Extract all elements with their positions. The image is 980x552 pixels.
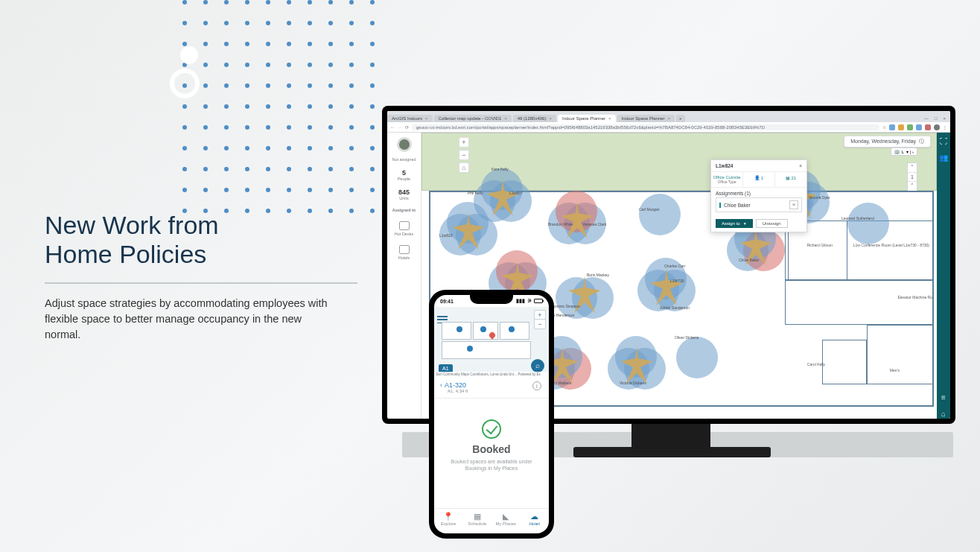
reload-icon[interactable]: ⟳ (405, 124, 409, 130)
planner-topbar: Monday, Wednesday, Friday ⓘ (844, 136, 931, 147)
chevron-down-icon: ▼ (743, 221, 747, 226)
sidebar-hotels[interactable]: Hotels (387, 241, 421, 262)
sidebar-toggle[interactable] (397, 137, 412, 152)
days-filter[interactable]: Monday, Wednesday, Friday ⓘ (844, 136, 931, 147)
phone-screen: 09:41 ▮▮▮ ⚞ + − A1 (434, 295, 549, 533)
extension-icon[interactable] (925, 124, 931, 130)
booked-title: Booked (443, 443, 540, 455)
building-selector[interactable]: 🏢 L ▾ | › (891, 147, 917, 156)
map-attribution: Esri Community Maps Contributors, Loma L… (434, 372, 549, 377)
sidebar-people[interactable]: 5 People (387, 167, 421, 183)
phone-notch (470, 294, 513, 304)
room-subtitle: A1, 4,34 ft (448, 389, 543, 393)
info-icon[interactable]: i (532, 381, 541, 390)
person-name: Chloe Baker (719, 203, 751, 208)
new-tab-button[interactable]: + (676, 115, 685, 122)
signal-icon: ▮▮▮ (516, 298, 525, 304)
browser-tab[interactable]: ArcGIS Indoors× (387, 115, 433, 122)
browser-tab-strip: ArcGIS Indoors× Collector map update - C… (387, 111, 950, 122)
zoom-in-button[interactable]: + (459, 137, 469, 147)
sidebar-units[interactable]: 845 Units (387, 186, 421, 203)
assignments-label: Assignments (1) (716, 191, 802, 196)
phone-time: 09:41 (440, 299, 454, 304)
monitor-stand (631, 419, 710, 449)
phone-map[interactable]: + − A1 ⌕ Esri Community Maps Contributor… (434, 307, 549, 377)
popup-title: L1w824 (716, 163, 734, 168)
profile-icon[interactable] (934, 124, 940, 130)
browser-tab[interactable]: 49 (1280x406)× (513, 115, 556, 122)
slide-body: Adjust space strategies by accommodating… (45, 296, 328, 343)
nav-hotel[interactable]: ☁Hotel (521, 509, 550, 533)
map-zoom-controls: + − ⌂ (459, 137, 469, 173)
home-button[interactable]: ⌂ (459, 162, 469, 173)
back-icon[interactable]: ← (390, 125, 395, 130)
rail-home-icon[interactable]: ⌂ (939, 410, 948, 419)
sidebar-hot-desks[interactable]: Hot Desks (387, 218, 421, 238)
level-up[interactable]: ˄ (908, 163, 917, 173)
browser-tab[interactable]: Indoor Space Planner× (617, 115, 675, 122)
minimize-icon[interactable]: — (924, 116, 929, 121)
assigned-person-row: Chloe Baker × (716, 197, 802, 212)
extension-icon[interactable] (889, 124, 895, 130)
close-icon[interactable]: × (504, 116, 507, 121)
title-divider (45, 282, 357, 284)
zoom-out-button[interactable]: − (459, 150, 469, 160)
close-window-icon[interactable]: × (943, 116, 946, 121)
level-current: 1 (908, 173, 917, 182)
booking-confirmation: Booked Booked spaces are available under… (434, 399, 549, 492)
sidebar-not-assigned[interactable]: Not assigned (387, 155, 421, 164)
zoom-out-button[interactable]: − (535, 320, 545, 329)
browser-tab[interactable]: Collector map update - COVID1× (434, 115, 512, 122)
wifi-icon: ⚞ (527, 298, 532, 304)
url-field[interactable]: geouc-uc-indoors.bd.esri.com/portal/apps… (412, 124, 879, 130)
slide-title: New Work from Home Policies (45, 211, 357, 269)
popup-close-button[interactable]: × (799, 163, 802, 168)
extension-icon[interactable] (916, 124, 922, 130)
bookmark-icon: ◣ (491, 512, 521, 521)
close-icon[interactable]: × (668, 116, 671, 121)
checkmark-icon (482, 419, 501, 439)
menu-icon[interactable]: ⋮ (943, 124, 947, 130)
zoom-in-button[interactable]: + (535, 311, 545, 320)
phone-detail-header: ‹ A1-320 A1, 4,34 ft i (434, 377, 549, 399)
booked-subtitle: Booked spaces are available under Bookin… (443, 458, 540, 472)
phone-bottom-nav: 📍Explore ▦Schedule ◣My Places ☁Hotel (434, 508, 549, 533)
extension-icon[interactable] (898, 124, 904, 130)
battery-icon (534, 299, 543, 303)
slide-text: New Work from Home Policies Adjust space… (45, 211, 357, 343)
assign-to-button[interactable]: Assign to▼ (716, 219, 753, 228)
planner-right-rail: ⛶ 👥 ≡ ⌂ (937, 133, 950, 419)
close-icon[interactable]: × (425, 116, 428, 121)
popup-capacity: 👤 1 (743, 172, 775, 187)
phone-zoom-controls: + − (534, 310, 546, 329)
calendar-icon: ▦ (463, 512, 492, 521)
search-button[interactable]: ⌕ (531, 359, 544, 372)
planner-sidebar: Not assigned 5 People 845 Units Assigned… (387, 133, 421, 419)
phone-frame: 09:41 ▮▮▮ ⚞ + − A1 (429, 290, 554, 539)
browser-address-bar: ← → ⟳ geouc-uc-indoors.bd.esri.com/porta… (387, 122, 950, 133)
popup-area: ▦ 21 (775, 172, 806, 187)
hotel-icon: ☁ (521, 512, 550, 521)
sidebar-assigned-to: Assigned to (387, 206, 421, 215)
remove-person-button[interactable]: × (789, 200, 798, 209)
pin-icon: 📍 (434, 512, 463, 521)
rail-list-icon[interactable]: ≡ (939, 393, 948, 402)
popup-office-type: Office CubicleOffice Type (711, 172, 743, 187)
rail-users-icon[interactable]: ⛶ (939, 137, 948, 146)
close-icon[interactable]: × (608, 116, 611, 121)
nav-my-places[interactable]: ◣My Places (491, 509, 521, 533)
back-button[interactable]: ‹ A1-320 (440, 381, 543, 389)
forward-icon[interactable]: → (398, 125, 402, 130)
close-icon[interactable]: × (549, 116, 552, 121)
rail-people-icon[interactable]: 👥 (939, 153, 948, 162)
maximize-icon[interactable]: □ (935, 116, 938, 121)
browser-tab-active[interactable]: Indoor Space Planner× (558, 115, 616, 122)
nav-explore[interactable]: 📍Explore (434, 509, 463, 533)
window-controls: — □ × (920, 116, 950, 122)
nav-schedule[interactable]: ▦Schedule (463, 509, 492, 533)
extension-icon[interactable] (907, 124, 913, 130)
unassign-button[interactable]: Unassign (756, 219, 788, 228)
star-icon[interactable]: ☆ (882, 124, 886, 130)
level-switcher[interactable]: ˄ 1 ˅ (907, 162, 917, 192)
decorative-dot-grid (182, 0, 406, 216)
